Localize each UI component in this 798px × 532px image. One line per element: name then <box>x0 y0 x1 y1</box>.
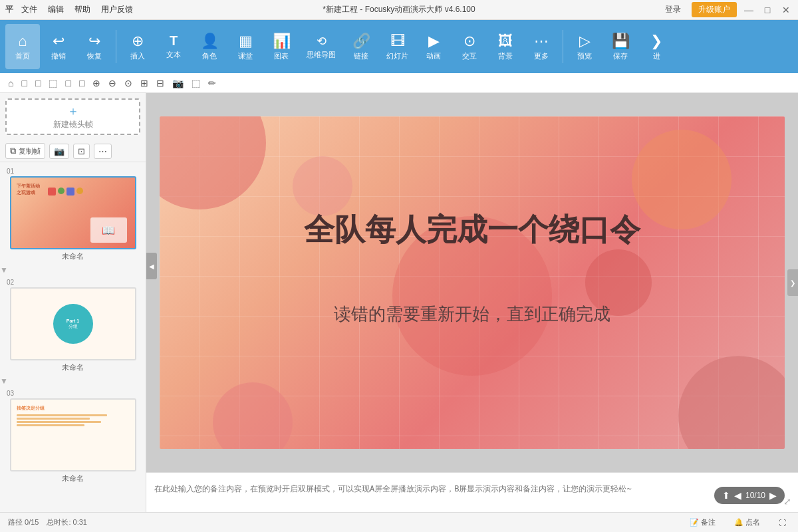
anim-icon: ▶ <box>428 33 440 50</box>
upgrade-button[interactable]: 升级账户 <box>692 2 737 17</box>
toolbar-slides[interactable]: 🎞 幻灯片 <box>380 24 415 69</box>
st-copy3-btn[interactable]: ⬚ <box>46 76 60 90</box>
toolbar-class[interactable]: ▦ 课堂 <box>228 24 263 69</box>
menu-help[interactable]: 帮助 <box>74 4 90 15</box>
st-zoom-in-btn[interactable]: ⊕ <box>90 76 103 90</box>
nav-upload-icon[interactable]: ⬆ <box>722 490 730 501</box>
camera-small-icon: 📷 <box>54 146 65 156</box>
slide-number-1: 01 <box>7 168 14 175</box>
toolbar-insert[interactable]: ⊕ 插入 <box>120 24 155 69</box>
toolbar-chart[interactable]: 📊 图表 <box>264 24 299 69</box>
deco-circle-5 <box>293 156 352 216</box>
slide-thumb-3[interactable]: 抽签决定分组 <box>10 398 136 471</box>
toolbar-preview-label: 预览 <box>577 51 592 61</box>
st-copy1-btn[interactable]: □ <box>19 76 29 90</box>
login-button[interactable]: 登录 <box>660 3 686 17</box>
fullscreen-button[interactable]: ⛶ <box>775 517 790 528</box>
toolbar-redo[interactable]: ↪ 恢复 <box>77 24 112 69</box>
st-edit-btn[interactable]: ✏ <box>205 76 219 90</box>
minimize-button[interactable]: — <box>742 5 755 15</box>
callsign-button[interactable]: 🔔 点名 <box>730 516 764 529</box>
toolbar-link[interactable]: 🔗 链接 <box>344 24 378 69</box>
secondary-toolbar: ⌂ □ □ ⬚ □ □ ⊕ ⊖ ⊙ ⊞ ⊟ 📷 ⬚ ✏ <box>0 73 798 93</box>
nav-back-button[interactable]: ◀ <box>734 490 741 501</box>
notes-status-button[interactable]: 📝 备注 <box>686 516 720 529</box>
menu-edit[interactable]: 编辑 <box>48 4 64 15</box>
slide-thumb-1[interactable]: 下午茶活动之玩游戏 📖 <box>10 176 136 249</box>
toolbar-mindmap-label: 思维导图 <box>307 50 336 60</box>
toolbar-divider-1 <box>116 30 116 63</box>
role-icon: 👤 <box>201 33 219 50</box>
menu-bar: 文件 编辑 帮助 用户反馈 <box>21 4 133 15</box>
menu-file[interactable]: 文件 <box>21 4 37 15</box>
app-logo: 平 <box>5 4 13 15</box>
slide-list: 01 下午茶活动之玩游戏 📖 未命名 ▼ <box>0 162 146 512</box>
new-frame-button[interactable]: ＋ 新建镜头帧 <box>5 98 140 135</box>
notes-expand-button[interactable]: ⤢ <box>783 496 791 507</box>
slide-canvas[interactable]: 全队每人完成一个绕口令 读错的需要重新开始，直到正确完成 <box>160 116 785 449</box>
slide-thumb-2[interactable]: Part 1 分组 <box>10 287 136 360</box>
toolbar-anim[interactable]: ▶ 动画 <box>416 24 451 69</box>
toolbar-home-label: 首页 <box>15 51 30 61</box>
main-toolbar: ⌂ 首页 ↩ 撤销 ↪ 恢复 ⊕ 插入 T 文本 👤 角色 ▦ 课堂 📊 图表 … <box>0 20 798 73</box>
deco-circle-2 <box>632 130 732 229</box>
status-bar: 路径 0/15 总时长: 0:31 📝 备注 🔔 点名 ⛶ <box>0 512 798 532</box>
fit-icon: ⊡ <box>78 146 85 156</box>
slide-label-3: 未命名 <box>62 473 84 483</box>
toolbar-mindmap[interactable]: ⟲ 思维导图 <box>300 24 342 69</box>
toolbar-home[interactable]: ⌂ 首页 <box>5 24 40 69</box>
nav-position: 10/10 <box>745 491 765 500</box>
slide-label-2: 未命名 <box>62 362 84 372</box>
toolbar-role[interactable]: 👤 角色 <box>192 24 227 69</box>
st-copy4-btn[interactable]: □ <box>63 76 73 90</box>
notes-input[interactable] <box>154 483 790 502</box>
slides-icon: 🎞 <box>390 33 405 50</box>
menu-feedback[interactable]: 用户反馈 <box>101 4 133 15</box>
toolbar-undo[interactable]: ↩ 撤销 <box>41 24 76 69</box>
toolbar-more[interactable]: ⋯ 更多 <box>524 24 559 69</box>
slide-item-1: 01 下午茶活动之玩游戏 📖 未命名 <box>0 165 146 264</box>
toolbar-text[interactable]: T 文本 <box>156 24 191 69</box>
st-zoom-out-btn[interactable]: ⊖ <box>106 76 119 90</box>
toolbar-redo-label: 恢复 <box>87 51 102 61</box>
toolbar-interact[interactable]: ⊙ 交互 <box>452 24 487 69</box>
nav-forward-button[interactable]: ▶ <box>769 490 777 501</box>
camera-frame-button[interactable]: 📷 <box>49 144 69 159</box>
toolbar-bg-label: 背景 <box>498 51 513 61</box>
st-zoom-fit-btn[interactable]: ⊙ <box>122 76 135 90</box>
status-path: 路径 0/15 <box>8 517 39 527</box>
st-copy5-btn[interactable]: □ <box>76 76 87 90</box>
st-camera-btn[interactable]: 📷 <box>170 76 186 90</box>
slide-navigator: ⬆ ◀ 10/10 ▶ <box>714 487 785 504</box>
toolbar-slides-label: 幻灯片 <box>386 51 408 61</box>
main-content: ＋ 新建镜头帧 ⧉ 复制帧 📷 ⊡ ⋯ 01 <box>0 93 798 512</box>
st-grid-btn[interactable]: ⊞ <box>138 76 151 90</box>
close-button[interactable]: ✕ <box>779 5 793 15</box>
slide2-circle: Part 1 分组 <box>53 304 93 344</box>
more-frame-button[interactable]: ⋯ <box>94 144 112 159</box>
title-bar: 平 文件 编辑 帮助 用户反馈 *新建工程 - Focusky动画演示大师 v4… <box>0 0 798 20</box>
insert-icon: ⊕ <box>132 33 144 50</box>
toolbar-preview[interactable]: ▷ 预览 <box>567 24 602 69</box>
status-right: 📝 备注 🔔 点名 ⛶ <box>686 516 790 529</box>
slide-arrow-1: ▼ <box>0 265 146 275</box>
fit-frame-button[interactable]: ⊡ <box>73 144 90 159</box>
toolbar-bg[interactable]: 🖼 背景 <box>488 24 523 69</box>
slide1-caption: 下午茶活动之玩游戏 <box>17 183 130 196</box>
save-icon: 💾 <box>612 33 630 50</box>
toolbar-nav[interactable]: ❯ 进 <box>639 24 674 69</box>
maximize-button[interactable]: □ <box>761 5 774 15</box>
slide3-line3 <box>17 421 102 423</box>
undo-icon: ↩ <box>53 33 65 50</box>
st-grid2-btn[interactable]: ⊟ <box>154 76 167 90</box>
st-home-btn[interactable]: ⌂ <box>5 76 16 90</box>
right-panel-collapse-button[interactable]: ❯ <box>787 269 798 296</box>
st-frame-btn[interactable]: ⬚ <box>189 76 203 90</box>
toolbar-save[interactable]: 💾 保存 <box>603 24 638 69</box>
sidebar-collapse-button[interactable]: ◀ <box>146 253 157 279</box>
copy-frame-button[interactable]: ⧉ 复制帧 <box>5 143 45 159</box>
slide2-part: Part 1 <box>66 319 79 323</box>
st-copy2-btn[interactable]: □ <box>33 76 43 90</box>
window-controls: 登录 升级账户 — □ ✕ <box>660 2 793 17</box>
slide-label-1: 未命名 <box>62 251 84 261</box>
